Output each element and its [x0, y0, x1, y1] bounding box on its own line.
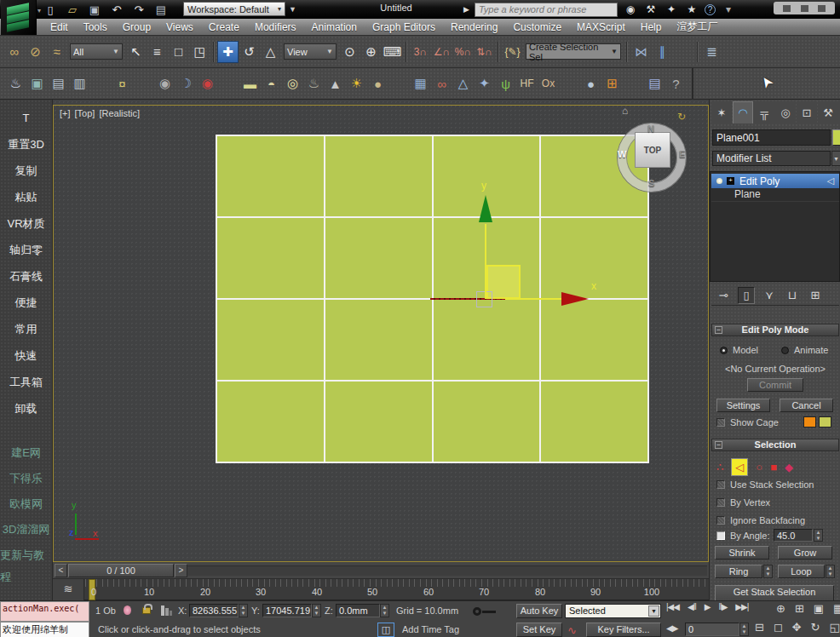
checkbox-icon[interactable]	[716, 531, 725, 540]
sidebar-item-plaster-line[interactable]: 石膏线	[9, 266, 43, 292]
sidebar-item-reset-3d[interactable]: 重置3D	[8, 134, 44, 160]
tab-modify[interactable]: ◠	[733, 101, 753, 123]
checkbox-row[interactable]: By Vertex	[716, 497, 814, 508]
workspace-flyout-icon[interactable]: ▼	[289, 5, 296, 14]
key-mode-toggle[interactable]: ◀▶	[666, 623, 677, 633]
zoom-extents-all-icon[interactable]: ▦	[833, 602, 840, 615]
isolate-selection-toggle[interactable]: ◫	[377, 623, 394, 637]
unlink-selection-icon[interactable]: ⊘	[25, 41, 46, 63]
use-pivot-point-center-icon[interactable]: ⊙	[339, 41, 360, 63]
sidebar-link-xiadele[interactable]: 下得乐	[9, 468, 43, 493]
selection-lock-icon[interactable]	[142, 607, 151, 614]
by-angle-checkbox[interactable]: By Angle:	[716, 531, 769, 541]
pan-hand-icon[interactable]: ✥	[792, 621, 802, 634]
sidebar-link-updates[interactable]: 更新与教程	[0, 544, 52, 570]
search-input[interactable]	[475, 3, 618, 17]
sidebar-item-vr-material[interactable]: VR材质	[7, 213, 44, 239]
viewport-menu-pov[interactable]: [Top]	[75, 108, 95, 118]
mini-curve-editor-button[interactable]: ≋	[53, 579, 84, 600]
named-selection-set-dropdown[interactable]: Create Selection Sel▼	[526, 43, 621, 60]
communication-center-icon[interactable]: ✦	[664, 3, 679, 15]
mirror-icon[interactable]: ⋈	[630, 41, 652, 63]
radio-icon[interactable]	[720, 347, 728, 354]
angle-snap-icon[interactable]: ∠∩	[431, 41, 452, 63]
auto-key-button[interactable]: Auto Key	[516, 604, 562, 618]
select-and-move-icon[interactable]: ✚	[217, 41, 239, 63]
menu-views[interactable]: Views	[158, 21, 201, 33]
modifier-list-caret-icon[interactable]: ▼	[831, 151, 840, 166]
workspace-dropdown[interactable]: Workspace: Default▾	[183, 2, 285, 16]
camera-icon[interactable]: ◉	[154, 72, 175, 95]
proxy-icon[interactable]: ▦	[410, 72, 431, 95]
viewport-menu-general[interactable]: [+]	[60, 108, 71, 118]
polygon-mode-icon[interactable]: ■	[770, 461, 777, 473]
render-teapot-icon[interactable]: ♨	[5, 72, 26, 95]
selection-rollout-header[interactable]: − Selection	[711, 439, 839, 451]
configure-modifier-sets-icon[interactable]: ⊞	[807, 287, 824, 304]
viewport-top[interactable]: [+] [Top] [Realistic] y x TOP N S W E ⌂ …	[53, 100, 709, 562]
viewcube-rotate-icon[interactable]: ↻	[677, 111, 686, 123]
show-cage-checkbox[interactable]: Show Cage	[716, 417, 779, 428]
search-binoculars-icon[interactable]: ◉	[623, 3, 638, 15]
ring-button[interactable]: Ring	[715, 565, 762, 578]
time-slider-track[interactable]	[187, 565, 707, 576]
make-unique-icon[interactable]: ⋎	[761, 287, 778, 304]
cancel-button[interactable]: Cancel	[780, 399, 833, 412]
current-frame-field[interactable]: 0	[685, 623, 739, 636]
edge-mode-icon[interactable]: ◁	[731, 458, 748, 476]
stack-item-edit-poly[interactable]: + Edit Poly ◁	[711, 174, 839, 188]
select-and-manipulate-icon[interactable]: ⊕	[360, 41, 382, 63]
sidebar-item-copy[interactable]: 复制	[15, 160, 37, 187]
menu-tools[interactable]: Tools	[76, 21, 115, 33]
material-sphere-icon[interactable]: ●	[580, 72, 601, 95]
select-and-scale-icon[interactable]: △	[260, 41, 281, 63]
viewcube-south[interactable]: S	[648, 178, 654, 188]
get-stack-selection-button[interactable]: Get Stack Selection	[715, 585, 834, 600]
set-key-button[interactable]: Set Key	[516, 623, 562, 637]
checkbox-icon[interactable]	[716, 418, 725, 427]
mesh-light-icon[interactable]: ♨	[303, 72, 325, 95]
by-angle-field[interactable]: 45.0	[774, 529, 813, 542]
object-name-field[interactable]: Plane001	[712, 129, 831, 146]
new-file-icon[interactable]: ▯	[41, 2, 60, 17]
maximize-viewport-icon[interactable]: ◱	[830, 621, 840, 634]
x-spinner[interactable]: ▲▼	[239, 604, 248, 617]
selection-filter-dropdown[interactable]: All▼	[70, 43, 123, 60]
settings-button[interactable]: Settings	[716, 399, 770, 412]
hair-farm-icon[interactable]: HF	[516, 72, 538, 95]
frame-spinner[interactable]: ▲▼	[739, 623, 749, 636]
shrink-button[interactable]: Shrink	[715, 546, 769, 560]
moon-light-icon[interactable]: ☽	[175, 72, 197, 95]
menu-render-dream-factory[interactable]: 渲梦工厂	[669, 20, 725, 34]
physical-camera-icon[interactable]: △	[452, 72, 474, 95]
cage-selected-color-swatch[interactable]	[819, 416, 831, 428]
viewcube-north[interactable]: N	[647, 123, 654, 134]
checkbox-row[interactable]: Ignore Backfacing	[716, 515, 814, 525]
sep[interactable]	[559, 72, 580, 95]
help-caret-icon[interactable]: ▾	[721, 3, 736, 15]
checkbox-icon[interactable]	[716, 516, 725, 525]
go-to-start-button[interactable]: |◀◀	[666, 602, 679, 611]
object-color-swatch[interactable]	[832, 129, 840, 146]
video-camera-icon[interactable]: ◉	[197, 72, 218, 95]
menu-animation[interactable]: Animation	[304, 21, 365, 33]
vertex-mode-icon[interactable]: ∴	[716, 461, 723, 473]
sidebar-item-convenient[interactable]: 便捷	[15, 292, 37, 318]
plane-light-icon[interactable]: ▬	[239, 72, 261, 95]
edit-named-selection-sets-icon[interactable]: {✎}	[502, 41, 523, 63]
y-coordinate-field[interactable]: 17045.719	[262, 604, 312, 617]
sidebar-item-axis-zero[interactable]: 轴归零	[9, 239, 43, 266]
viewcube-west[interactable]: W	[618, 149, 626, 159]
add-time-tag[interactable]: Add Time Tag	[402, 624, 459, 634]
render-setup-icon[interactable]: ▣	[26, 72, 48, 95]
listener-welcome-line[interactable]: 欢迎使用绵羊制	[0, 622, 89, 637]
play-button[interactable]: ▶	[705, 602, 711, 611]
redo-icon[interactable]: ↷	[129, 2, 148, 17]
by-angle-spinner[interactable]: ▲▼	[814, 529, 823, 542]
viewcube-top-face[interactable]: TOP	[635, 132, 670, 168]
keyboard-shortcut-override-icon[interactable]: ⌨	[382, 41, 403, 63]
default-tangents-icon[interactable]: ∿	[567, 624, 577, 637]
orbit-icon[interactable]: ↻	[811, 621, 820, 634]
checkbox-icon[interactable]	[716, 480, 725, 489]
align-icon[interactable]: ∥	[652, 41, 673, 63]
